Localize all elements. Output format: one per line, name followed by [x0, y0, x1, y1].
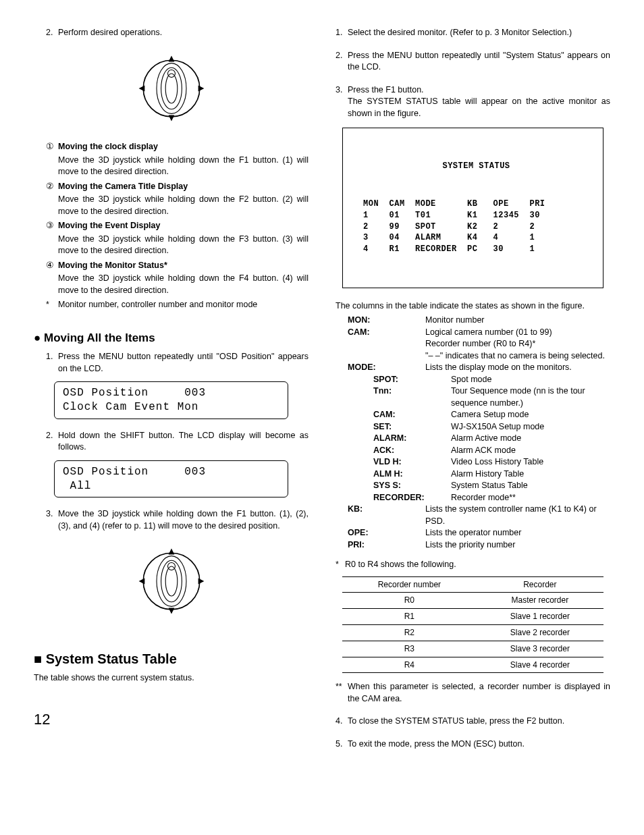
circled-4-body: Move the 3D joystick while holding down …: [46, 273, 308, 296]
circled-2: ② Moving the Camera Title Display: [46, 181, 308, 193]
svg-marker-14: [168, 549, 174, 555]
joystick-icon: [134, 544, 209, 618]
right-step-1: 1. Select the desired monitor. (Refer to…: [336, 27, 610, 39]
joystick-figure-2: [34, 544, 308, 622]
circled-1: ① Moving the clock display: [46, 141, 308, 153]
heading-moving-all: Moving All the Items: [34, 330, 308, 346]
footnote-star-1: * R0 to R4 shows the following.: [336, 559, 610, 571]
moving-all-step-1: 1. Press the MENU button repeatedly unti…: [34, 351, 308, 375]
system-status-rows: MON CAM MODE KB OPE PRI 1 01 T01 K1 1234…: [363, 198, 589, 255]
svg-marker-5: [168, 55, 174, 61]
joystick-icon: [134, 51, 209, 126]
heading-system-status: System Status Table: [34, 649, 308, 668]
svg-point-3: [165, 74, 178, 103]
svg-marker-17: [198, 578, 204, 585]
circled-3-body: Move the 3D joystick while holding down …: [46, 234, 308, 257]
right-step-3: 3. Press the F1 button. The SYSTEM STATU…: [336, 84, 610, 120]
lcd-display-2: OSD Position 003 All: [54, 460, 288, 498]
recorder-table: Recorder numberRecorder R0Master recorde…: [342, 576, 603, 674]
step-number: 2.: [46, 27, 58, 39]
right-step-4: 4. To close the SYSTEM STATUS table, pre…: [336, 716, 610, 728]
system-status-table-box: SYSTEM STATUS MON CAM MODE KB OPE PRI 1 …: [342, 128, 603, 288]
right-step-5: 5. To exit the mode, press the MON (ESC)…: [336, 738, 610, 751]
moving-all-step-2: 2. Hold down the SHIFT button. The LCD d…: [34, 430, 308, 454]
svg-point-12: [165, 566, 178, 596]
right-step-2: 2. Press the MENU button repeatedly unti…: [336, 50, 610, 74]
step-2: 2. Perform desired operations.: [34, 27, 308, 39]
svg-marker-7: [138, 85, 144, 91]
system-status-intro: The table shows the current system statu…: [34, 672, 308, 684]
svg-point-9: [143, 554, 200, 610]
columns-intro: The columns in the table indicate the st…: [336, 300, 610, 313]
step-text: Perform desired operations.: [58, 27, 308, 39]
svg-marker-8: [198, 85, 204, 91]
page-number: 12: [34, 709, 308, 730]
lcd-display-1: OSD Position 003 Clock Cam Event Mon: [54, 381, 288, 419]
left-column: 2. Perform desired operations. ① Moving …: [34, 27, 308, 754]
svg-marker-6: [168, 115, 174, 121]
moving-all-step-3: 3. Move the 3D joystick while holding do…: [34, 508, 308, 532]
circled-2-body: Move the 3D joystick while holding down …: [46, 194, 308, 217]
svg-point-0: [143, 60, 200, 117]
joystick-figure: [34, 51, 308, 130]
footnote-star-2: ** When this parameter is selected, a re…: [336, 681, 610, 705]
svg-marker-15: [168, 608, 174, 614]
right-column: 1. Select the desired monitor. (Refer to…: [336, 27, 610, 754]
circled-1-body: Move the 3D joystick while holding down …: [46, 155, 308, 178]
svg-marker-16: [138, 578, 144, 585]
footnote-star: * Monitor number, controller number and …: [46, 299, 308, 311]
circled-3: ③ Moving the Event Display: [46, 220, 308, 232]
circled-4: ④ Moving the Monitor Status*: [46, 260, 308, 272]
